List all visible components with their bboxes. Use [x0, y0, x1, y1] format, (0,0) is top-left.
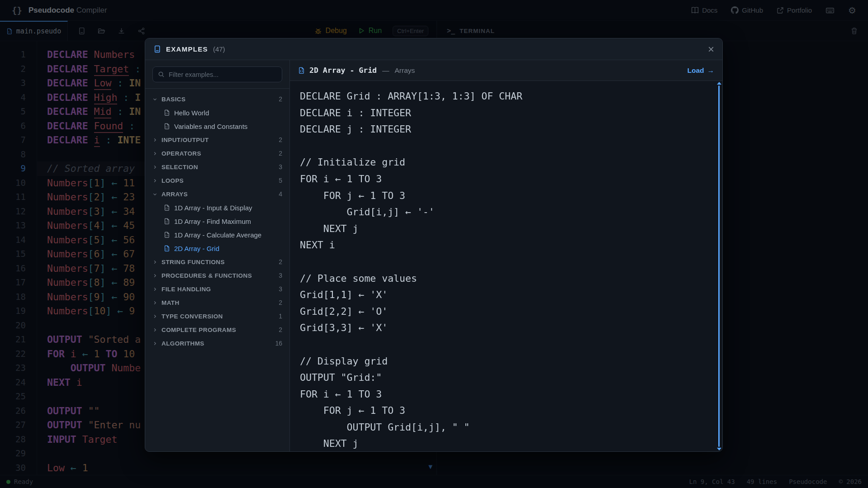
- tree-item-1d-array-input-display[interactable]: 1D Array - Input & Display: [145, 201, 289, 214]
- chevron-right-icon: [152, 287, 157, 292]
- chevron-right-icon: [152, 300, 157, 305]
- category-count: 2: [279, 258, 282, 265]
- preview-code-line: [300, 336, 711, 353]
- tree-category-arrays[interactable]: ARRAYS4: [145, 187, 289, 201]
- chevron-down-icon: [152, 97, 157, 102]
- tree-category-selection[interactable]: SELECTION3: [145, 160, 289, 174]
- tree-item-variables-and-constants[interactable]: Variables and Constants: [145, 119, 289, 133]
- tree-category-math[interactable]: MATH2: [145, 296, 289, 309]
- modal-title: EXAMPLES: [166, 45, 208, 53]
- category-label: TYPE CONVERSION: [161, 313, 223, 320]
- filter-wrap: [145, 60, 289, 89]
- category-count: 2: [279, 95, 282, 103]
- item-label: 2D Array - Grid: [174, 245, 219, 252]
- preview-code-lines: DECLARE Grid : ARRAY[1:3, 1:3] OF CHARDE…: [300, 88, 711, 451]
- scroll-up-icon: [717, 82, 721, 85]
- preview-code-line: DECLARE i : INTEGER: [300, 105, 711, 122]
- tree-category-input-output[interactable]: INPUT/OUTPUT2: [145, 133, 289, 147]
- file-code-icon: [164, 109, 170, 116]
- preview-code-line: FOR j ← 1 TO 3: [300, 188, 711, 204]
- preview-header: 2D Array - Grid — Arrays Load →: [290, 60, 722, 81]
- preview-scrollbar[interactable]: [718, 85, 720, 447]
- preview-code-line: Grid[3,3] ← 'X': [300, 320, 711, 336]
- category-label: STRING FUNCTIONS: [161, 259, 225, 265]
- preview-code-line: Grid[i,j] ← '-': [300, 204, 711, 221]
- category-label: LOOPS: [161, 177, 184, 184]
- category-count: 2: [279, 326, 282, 333]
- filter-input[interactable]: [169, 71, 277, 78]
- category-label: COMPLETE PROGRAMS: [161, 327, 236, 333]
- item-label: Variables and Constants: [174, 123, 247, 130]
- load-button[interactable]: Load →: [687, 66, 714, 75]
- category-label: OPERATORS: [161, 150, 201, 157]
- example-preview: 2D Array - Grid — Arrays Load → DECLARE …: [290, 60, 722, 451]
- tree-category-algorithms[interactable]: ALGORITHMS16: [145, 336, 289, 350]
- preview-code-line: FOR i ← 1 TO 3: [300, 171, 711, 188]
- modal-header: EXAMPLES (47) ×: [145, 38, 722, 60]
- chevron-down-icon: [152, 192, 157, 197]
- chevron-right-icon: [152, 341, 157, 346]
- preview-code-line: NEXT j: [300, 221, 711, 237]
- tree-category-operators[interactable]: OPERATORS2: [145, 147, 289, 160]
- category-count: 2: [279, 136, 282, 143]
- tree-category-file-handling[interactable]: FILE HANDLING3: [145, 282, 289, 296]
- file-code-icon: [298, 67, 305, 74]
- tree-category-procedures-functions[interactable]: PROCEDURES & FUNCTIONS3: [145, 269, 289, 282]
- preview-code-line: [300, 254, 711, 270]
- chevron-right-icon: [152, 273, 157, 278]
- category-count: 16: [275, 340, 282, 347]
- chevron-right-icon: [152, 137, 157, 142]
- category-label: ARRAYS: [161, 191, 188, 198]
- category-count: 2: [279, 299, 282, 306]
- category-count: 3: [279, 285, 282, 293]
- file-code-icon: [164, 245, 170, 251]
- tree-category-type-conversion[interactable]: TYPE CONVERSION1: [145, 309, 289, 323]
- example-category: Arrays: [395, 66, 415, 75]
- tree-item-1d-array-find-maximum[interactable]: 1D Array - Find Maximum: [145, 214, 289, 228]
- tree-category-string-functions[interactable]: STRING FUNCTIONS2: [145, 255, 289, 269]
- file-code-icon: [164, 204, 170, 211]
- preview-code-line: // Place some values: [300, 270, 711, 287]
- item-label: 1D Array - Calculate Average: [174, 231, 261, 239]
- category-label: PROCEDURES & FUNCTIONS: [161, 272, 252, 279]
- category-label: MATH: [161, 299, 180, 306]
- chevron-right-icon: [152, 178, 157, 183]
- examples-book-icon: [153, 45, 161, 53]
- preview-code-line: FOR j ← 1 TO 3: [300, 403, 711, 419]
- tree-item-2d-array-grid[interactable]: 2D Array - Grid: [145, 242, 289, 255]
- item-label: 1D Array - Input & Display: [174, 204, 252, 212]
- category-label: FILE HANDLING: [161, 286, 211, 293]
- preview-code-line: FOR i ← 1 TO 3: [300, 386, 711, 403]
- tree-category-loops[interactable]: LOOPS5: [145, 174, 289, 187]
- chevron-right-icon: [152, 165, 157, 170]
- preview-code-line: DECLARE Grid : ARRAY[1:3, 1:3] OF CHAR: [300, 88, 711, 105]
- tree-category-complete-programs[interactable]: COMPLETE PROGRAMS2: [145, 323, 289, 336]
- file-code-icon: [164, 218, 170, 224]
- chevron-right-icon: [152, 151, 157, 156]
- search-icon: [158, 71, 165, 78]
- close-icon[interactable]: ×: [708, 44, 714, 55]
- preview-code-line: // Display grid: [300, 353, 711, 370]
- chevron-right-icon: [152, 314, 157, 319]
- examples-modal: EXAMPLES (47) × BASICS2Hello WorldVariab…: [145, 38, 723, 452]
- preview-code-line: NEXT i: [300, 237, 711, 254]
- preview-code-line: [300, 138, 711, 155]
- category-count: 1: [279, 313, 282, 320]
- tree-category-basics[interactable]: BASICS2: [145, 92, 289, 106]
- arrow-right-icon: →: [707, 66, 715, 75]
- scroll-down-icon: [717, 448, 721, 450]
- category-count: 3: [279, 163, 282, 171]
- name-category-separator: —: [382, 66, 389, 75]
- item-label: 1D Array - Find Maximum: [174, 218, 251, 225]
- preview-code-line: DECLARE j : INTEGER: [300, 121, 711, 138]
- modal-body: BASICS2Hello WorldVariables and Constant…: [145, 60, 722, 451]
- load-label: Load: [687, 66, 704, 75]
- tree-item-hello-world[interactable]: Hello World: [145, 106, 289, 119]
- category-label: ALGORITHMS: [161, 340, 204, 347]
- examples-count: (47): [213, 45, 225, 53]
- tree-item-1d-array-calculate-average[interactable]: 1D Array - Calculate Average: [145, 228, 289, 242]
- examples-sidebar: BASICS2Hello WorldVariables and Constant…: [145, 60, 290, 451]
- preview-code-line: OUTPUT "Grid:": [300, 370, 711, 386]
- file-code-icon: [164, 123, 170, 129]
- category-count: 2: [279, 150, 282, 157]
